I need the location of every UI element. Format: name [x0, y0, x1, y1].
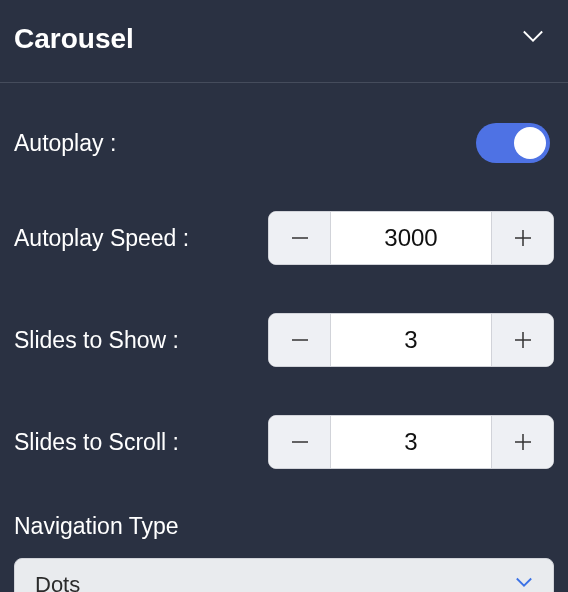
- autoplay-speed-value[interactable]: 3000: [331, 212, 491, 264]
- panel-body: Autoplay : Autoplay Speed : 3000 Slides …: [0, 83, 568, 592]
- panel-header: Carousel: [0, 0, 568, 83]
- navigation-type-value: Dots: [35, 572, 80, 592]
- slides-to-scroll-label: Slides to Scroll :: [14, 429, 179, 456]
- autoplay-row: Autoplay :: [14, 99, 554, 187]
- autoplay-label: Autoplay :: [14, 130, 116, 157]
- autoplay-speed-row: Autoplay Speed : 3000: [14, 187, 554, 289]
- autoplay-speed-decrement[interactable]: [269, 212, 331, 264]
- slides-to-scroll-decrement[interactable]: [269, 416, 331, 468]
- minus-icon: [291, 426, 309, 458]
- plus-icon: [514, 222, 532, 254]
- panel-title: Carousel: [14, 23, 134, 55]
- slides-to-show-stepper: 3: [268, 313, 554, 367]
- collapse-toggle[interactable]: [516, 22, 550, 56]
- slides-to-scroll-value[interactable]: 3: [331, 416, 491, 468]
- slides-to-show-value[interactable]: 3: [331, 314, 491, 366]
- plus-icon: [514, 324, 532, 356]
- slides-to-scroll-stepper: 3: [268, 415, 554, 469]
- slides-to-scroll-increment[interactable]: [491, 416, 553, 468]
- slides-to-show-decrement[interactable]: [269, 314, 331, 366]
- navigation-type-select[interactable]: Dots: [14, 558, 554, 592]
- autoplay-speed-label: Autoplay Speed :: [14, 225, 189, 252]
- minus-icon: [291, 222, 309, 254]
- slides-to-scroll-row: Slides to Scroll : 3: [14, 391, 554, 493]
- slides-to-show-row: Slides to Show : 3: [14, 289, 554, 391]
- toggle-knob: [514, 127, 546, 159]
- autoplay-speed-stepper: 3000: [268, 211, 554, 265]
- slides-to-show-increment[interactable]: [491, 314, 553, 366]
- navigation-type-label: Navigation Type: [14, 493, 554, 558]
- minus-icon: [291, 324, 309, 356]
- chevron-down-icon: [515, 576, 533, 592]
- plus-icon: [514, 426, 532, 458]
- slides-to-show-label: Slides to Show :: [14, 327, 179, 354]
- autoplay-speed-increment[interactable]: [491, 212, 553, 264]
- chevron-down-icon: [522, 28, 544, 50]
- autoplay-toggle[interactable]: [476, 123, 550, 163]
